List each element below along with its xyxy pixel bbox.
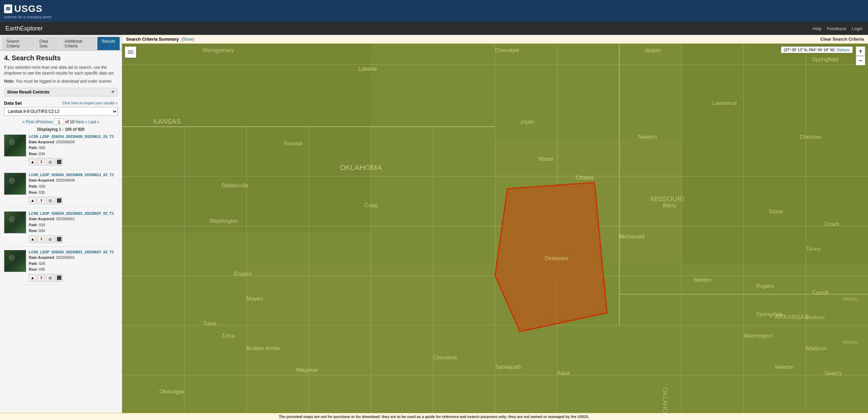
show-result-controls[interactable]: Show Result Controls	[4, 88, 118, 97]
zoom-in-button[interactable]: +	[856, 46, 865, 56]
download-button[interactable]: ⬇	[38, 235, 45, 243]
clear-search-button[interactable]: Clear Search Criteria	[820, 37, 864, 42]
pagination: « First «Previous of 10 Next » Last »	[4, 119, 118, 125]
summary-title: Search Criteria Summary	[126, 37, 179, 42]
coords-text: (37° 09' 13" N, 094° 04' 18" W)	[784, 48, 835, 52]
next-page-link[interactable]: Next »	[76, 120, 87, 124]
logo-area: ≋ USGS science for a changing world	[4, 3, 51, 19]
svg-text:Bartlesville: Bartlesville	[221, 183, 249, 189]
usgs-icon: ≋	[4, 4, 12, 13]
result-actions: ▲ ⬇ ◎ ⬛	[29, 158, 118, 166]
order-button[interactable]: ⬛	[55, 274, 63, 281]
svg-text:Taney: Taney	[806, 246, 821, 252]
result-list: LC09_L2SP_026034_20230609_20230611_02_T1…	[4, 134, 118, 285]
svg-text:Mount...: Mount...	[843, 296, 861, 301]
disclaimer-bar: The provided maps are not for purchase o…	[0, 413, 868, 420]
main-layout: Search Criteria Data Sets Additional Cri…	[0, 35, 868, 420]
usgs-logo: ≋ USGS	[4, 3, 51, 14]
result-thumbnail[interactable]	[4, 173, 26, 195]
export-link[interactable]: Click here to export your results »	[62, 101, 118, 105]
last-page-link[interactable]: Last »	[88, 120, 100, 124]
footprint-button[interactable]: ▲	[29, 274, 36, 281]
preview-button[interactable]: ◎	[46, 274, 54, 281]
result-meta: Date Acquired: 2023/06/01 Path: 026 Row:…	[29, 255, 118, 273]
dataset-label-row: Data Set Click here to export your resul…	[4, 101, 118, 106]
header: ≋ USGS science for a changing world	[0, 0, 868, 22]
svg-text:McDonald: McDonald	[619, 233, 645, 239]
tab-results[interactable]: Results	[97, 37, 120, 50]
tab-data-sets[interactable]: Data Sets	[35, 37, 59, 50]
result-thumbnail[interactable]	[4, 134, 26, 156]
result-item: LC08_L2SP_026034_20230601_20230607_02_T1…	[4, 211, 118, 247]
first-page-link[interactable]: « First	[22, 120, 34, 124]
svg-text:Washington: Washington	[209, 218, 239, 224]
show-result-controls-label: Show Result Controls	[7, 90, 50, 94]
help-link[interactable]: Help	[812, 26, 822, 31]
zoom-out-button[interactable]: −	[856, 56, 865, 65]
result-item: LC09_L2SP_026035_20230609_20230611_02_T1…	[4, 173, 118, 208]
svg-text:Ozark: Ozark	[825, 221, 840, 227]
svg-text:Broken Arrow: Broken Arrow	[246, 345, 280, 351]
result-id[interactable]: LC09_L2SP_026034_20230609_20230611_02_T1	[29, 134, 118, 139]
result-info: LC09_L2SP_026034_20230609_20230611_02_T1…	[29, 134, 118, 166]
result-id[interactable]: LC09_L2SP_026035_20230609_20230611_02_T1	[29, 173, 118, 177]
svg-text:Springdale: Springdale	[756, 311, 783, 317]
tabs-bar: Search Criteria Data Sets Additional Cri…	[0, 35, 122, 51]
results-note: Note: You must be logged in to download …	[4, 79, 118, 84]
footprint-button[interactable]: ▲	[29, 197, 36, 204]
svg-text:Jasper: Jasper	[644, 47, 661, 53]
svg-text:Newton: Newton	[775, 364, 794, 370]
svg-text:Labette: Labette	[358, 66, 377, 72]
svg-text:Rogers: Rogers	[756, 283, 774, 289]
page-input[interactable]	[54, 119, 64, 125]
download-button[interactable]: ⬇	[38, 274, 45, 281]
svg-text:Benton: Benton	[694, 277, 712, 283]
svg-text:Stone: Stone	[769, 209, 783, 215]
result-id[interactable]: LC08_L2SP_026035_20230601_20230607_02_T1	[29, 250, 118, 254]
svg-text:Okmulgee: Okmulgee	[159, 388, 185, 395]
svg-text:Carroll: Carroll	[812, 289, 829, 295]
svg-text:Tulsa: Tulsa	[221, 333, 235, 339]
coords-options-link[interactable]: Options	[837, 48, 850, 52]
svg-text:Springfield: Springfield	[812, 56, 839, 62]
footprint-button[interactable]: ▲	[29, 235, 36, 243]
result-item: LC09_L2SP_026034_20230609_20230611_02_T1…	[4, 134, 118, 170]
svg-text:KANSAS: KANSAS	[153, 118, 181, 125]
summary-show-link[interactable]: (Show)	[181, 37, 194, 42]
dataset-select[interactable]: Landsat 8-9 OLI/TIRS C2 L2	[4, 107, 118, 116]
download-button[interactable]: ⬇	[38, 158, 45, 166]
zoom-controls: + −	[856, 46, 865, 65]
feedback-link[interactable]: Feedback	[827, 26, 846, 31]
result-thumbnail[interactable]	[4, 211, 26, 233]
preview-button[interactable]: ◎	[46, 197, 54, 204]
layers-icon	[127, 49, 134, 55]
svg-text:Nowata: Nowata	[284, 140, 303, 146]
map-container[interactable]: KANSAS OKLAHOMA MISSOURI ARKANSAS Indepe…	[122, 44, 868, 420]
result-thumbnail[interactable]	[4, 250, 26, 272]
svg-rect-3	[682, 44, 868, 263]
footprint-button[interactable]: ▲	[29, 158, 36, 166]
login-link[interactable]: Login	[852, 26, 863, 31]
order-button[interactable]: ⬛	[55, 235, 63, 243]
map-layers-button[interactable]	[125, 46, 136, 58]
results-count: Displaying 1 - 100 of 920	[4, 127, 118, 132]
result-info: LC08_L2SP_026035_20230601_20230607_02_T1…	[29, 250, 118, 281]
preview-button[interactable]: ◎	[46, 158, 54, 166]
svg-text:Cherokee: Cherokee	[433, 354, 457, 360]
preview-button[interactable]: ◎	[46, 235, 54, 243]
svg-text:Rogers: Rogers	[234, 271, 252, 277]
dataset-label: Data Set	[4, 101, 22, 106]
svg-text:Joplin: Joplin	[520, 119, 534, 125]
tab-additional-criteria[interactable]: Additional Criteria	[60, 37, 96, 50]
tab-search-criteria[interactable]: Search Criteria	[2, 37, 34, 50]
svg-text:Searcy: Searcy	[825, 370, 842, 376]
svg-text:Christian: Christian	[800, 134, 822, 140]
order-button[interactable]: ⬛	[55, 197, 63, 204]
result-id[interactable]: LC08_L2SP_026034_20230601_20230607_02_T1	[29, 211, 118, 215]
order-button[interactable]: ⬛	[55, 158, 63, 166]
prev-page-link[interactable]: «Previous	[35, 120, 53, 124]
svg-text:Delaware: Delaware	[545, 255, 569, 261]
result-meta: Date Acquired: 2023/06/01 Path: 026 Row:…	[29, 216, 118, 234]
download-button[interactable]: ⬇	[38, 197, 45, 204]
svg-text:Madison: Madison	[806, 315, 825, 320]
